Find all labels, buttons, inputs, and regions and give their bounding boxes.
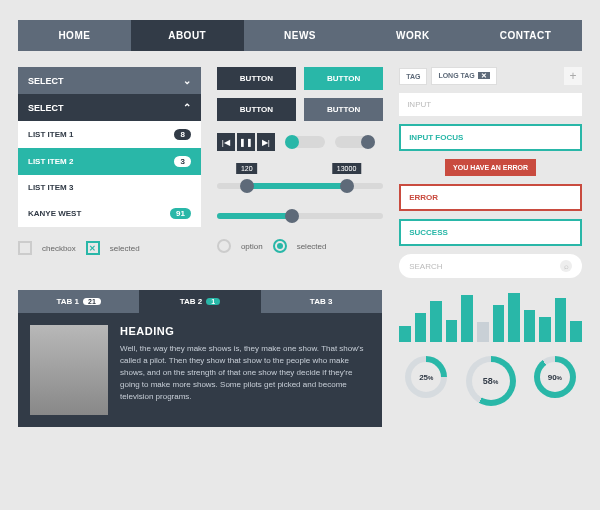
- nav-about[interactable]: ABOUT: [131, 20, 244, 51]
- error-tooltip: YOU HAVE AN ERROR: [445, 159, 536, 176]
- radio-unchecked[interactable]: [217, 239, 231, 253]
- pause-icon[interactable]: ❚❚: [237, 133, 255, 151]
- select-open[interactable]: SELECT ⌃: [18, 94, 201, 121]
- radio-label: selected: [297, 242, 327, 251]
- list-item-label: KANYE WEST: [28, 209, 81, 218]
- text-input-error[interactable]: ERROR: [399, 184, 582, 211]
- list-item-label: LIST ITEM 2: [28, 157, 73, 166]
- search-placeholder: SEARCH: [409, 262, 442, 271]
- checkbox-row: checkbox ✕ selected: [18, 241, 201, 255]
- tag[interactable]: TAG: [399, 68, 427, 85]
- select-label: SELECT: [28, 76, 64, 86]
- avatar-image: [30, 325, 108, 415]
- list-item-label: LIST ITEM 3: [28, 183, 73, 192]
- text-input[interactable]: INPUT: [399, 93, 582, 116]
- checkbox-checked[interactable]: ✕: [86, 241, 100, 255]
- prev-icon[interactable]: |◀: [217, 133, 235, 151]
- button-teal[interactable]: BUTTON: [304, 67, 383, 90]
- range-high-tip: 13000: [332, 163, 361, 174]
- nav-work[interactable]: WORK: [356, 20, 469, 51]
- chevron-up-icon: ⌃: [183, 102, 191, 113]
- range-handle-low[interactable]: [240, 179, 254, 193]
- nav-contact[interactable]: CONTACT: [469, 20, 582, 51]
- radio-row: option selected: [217, 239, 383, 253]
- bar: [570, 321, 582, 342]
- tab-3[interactable]: TAB 3: [261, 290, 382, 313]
- tab-2[interactable]: TAB 21: [139, 290, 260, 313]
- bar-chart: [399, 290, 582, 342]
- bar: [461, 295, 473, 342]
- radio-checked[interactable]: [273, 239, 287, 253]
- checkbox-label: selected: [110, 244, 140, 253]
- slider-handle[interactable]: [285, 209, 299, 223]
- donut-row: 25%58%90%: [399, 356, 582, 406]
- bar: [524, 310, 536, 342]
- range-handle-high[interactable]: [340, 179, 354, 193]
- button-grey[interactable]: BUTTON: [304, 98, 383, 121]
- progress-slider[interactable]: [217, 207, 383, 225]
- text-input-success[interactable]: SUCCESS: [399, 219, 582, 246]
- list-item[interactable]: KANYE WEST 91: [18, 200, 201, 227]
- search-icon[interactable]: ⌕: [560, 260, 572, 272]
- button-dark[interactable]: BUTTON: [217, 98, 296, 121]
- tag[interactable]: LONG TAG✕: [431, 67, 496, 85]
- bar: [399, 326, 411, 342]
- panel-body-text: Well, the way they make shows is, they m…: [120, 343, 370, 403]
- list-badge: 3: [174, 156, 190, 167]
- list-item[interactable]: LIST ITEM 3: [18, 175, 201, 200]
- bar: [493, 305, 505, 342]
- tab-badge: 21: [83, 298, 101, 305]
- select-stack: SELECT ⌄ SELECT ⌃ LIST ITEM 1 8 LIST ITE…: [18, 67, 201, 227]
- bar: [555, 298, 567, 342]
- toggle-off[interactable]: [335, 136, 375, 148]
- list-item[interactable]: LIST ITEM 1 8: [18, 121, 201, 148]
- checkbox-unchecked[interactable]: [18, 241, 32, 255]
- select-closed[interactable]: SELECT ⌄: [18, 67, 201, 94]
- search-input[interactable]: SEARCH ⌕: [399, 254, 582, 278]
- tab-1[interactable]: TAB 121: [18, 290, 139, 313]
- tab-badge: 1: [206, 298, 220, 305]
- range-slider[interactable]: 120 13000: [217, 165, 383, 193]
- media-controls: |◀ ❚❚ ▶|: [217, 133, 275, 151]
- add-tag-button[interactable]: +: [564, 67, 582, 85]
- toggle-on[interactable]: [285, 136, 325, 148]
- list-item-label: LIST ITEM 1: [28, 130, 73, 139]
- tag-remove-icon[interactable]: ✕: [478, 72, 490, 79]
- list-badge: 91: [170, 208, 191, 219]
- top-nav: HOME ABOUT NEWS WORK CONTACT: [18, 20, 582, 51]
- bar: [430, 301, 442, 342]
- bar: [446, 320, 458, 342]
- panel-heading: HEADING: [120, 325, 370, 337]
- checkbox-label: checkbox: [42, 244, 76, 253]
- nav-news[interactable]: NEWS: [244, 20, 357, 51]
- text-input-focus[interactable]: INPUT FOCUS: [399, 124, 582, 151]
- chevron-down-icon: ⌄: [183, 75, 191, 86]
- bar: [477, 322, 489, 342]
- tag-row: TAG LONG TAG✕ +: [399, 67, 582, 85]
- list-badge: 8: [174, 129, 190, 140]
- nav-home[interactable]: HOME: [18, 20, 131, 51]
- bar: [508, 293, 520, 342]
- radio-label: option: [241, 242, 263, 251]
- bar: [539, 317, 551, 342]
- donut-chart: 58%: [466, 356, 516, 406]
- list-item[interactable]: LIST ITEM 2 3: [18, 148, 201, 175]
- button-dark[interactable]: BUTTON: [217, 67, 296, 90]
- next-icon[interactable]: ▶|: [257, 133, 275, 151]
- select-label: SELECT: [28, 103, 64, 113]
- range-low-tip: 120: [236, 163, 258, 174]
- tabbed-panel: TAB 121 TAB 21 TAB 3 HEADING Well, the w…: [18, 290, 382, 427]
- bar: [415, 313, 427, 342]
- donut-chart: 25%: [405, 356, 447, 398]
- donut-chart: 90%: [534, 356, 576, 398]
